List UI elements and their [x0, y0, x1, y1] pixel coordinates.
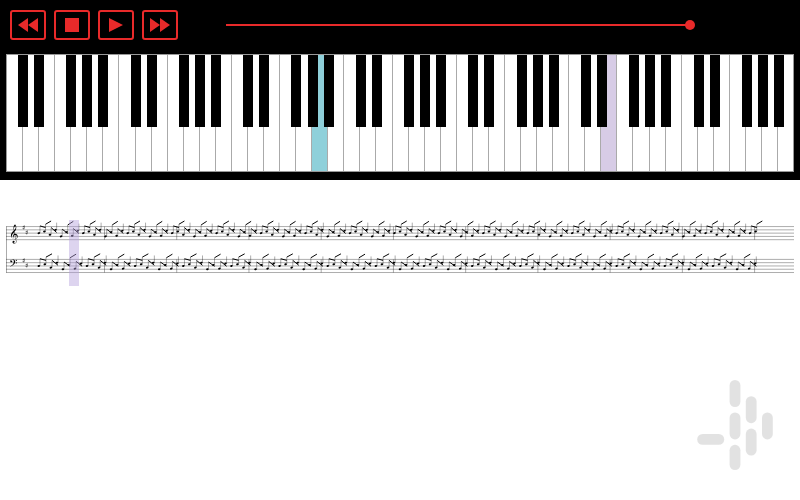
svg-line-661 [648, 254, 654, 258]
svg-marker-0 [18, 18, 28, 32]
svg-line-72 [134, 221, 140, 224]
black-key[interactable] [436, 55, 446, 127]
svg-line-69 [129, 226, 135, 228]
fast-forward-button[interactable] [142, 10, 178, 40]
svg-line-237 [468, 221, 474, 225]
play-icon [109, 18, 123, 32]
svg-rect-735 [746, 429, 757, 456]
stop-button[interactable] [54, 10, 90, 40]
black-key[interactable] [549, 55, 559, 127]
svg-line-303 [601, 221, 607, 225]
svg-line-226 [446, 221, 452, 224]
svg-line-215 [423, 221, 429, 225]
svg-line-61 [112, 221, 118, 225]
black-key[interactable] [131, 55, 141, 127]
svg-marker-4 [150, 18, 160, 32]
svg-line-325 [646, 221, 652, 225]
svg-line-28 [46, 221, 52, 224]
svg-line-705 [744, 254, 750, 258]
svg-line-259 [512, 221, 518, 225]
black-key[interactable] [82, 55, 92, 127]
svg-text:♯: ♯ [25, 229, 28, 236]
playback-cursor [69, 220, 79, 286]
black-key[interactable] [758, 55, 768, 127]
svg-line-149 [290, 221, 296, 225]
svg-line-606 [528, 254, 534, 257]
svg-line-193 [379, 221, 385, 225]
svg-line-135 [262, 226, 268, 228]
black-key[interactable] [372, 55, 382, 127]
black-key[interactable] [597, 55, 607, 127]
svg-line-430 [142, 254, 148, 257]
progress-knob[interactable] [685, 20, 695, 30]
sheet-music[interactable]: 𝄞 ♯♯ 𝄢 ♯♯ [6, 220, 794, 286]
black-key[interactable] [34, 55, 44, 127]
black-key[interactable] [179, 55, 189, 127]
app-watermark [690, 380, 780, 470]
play-button[interactable] [98, 10, 134, 40]
svg-rect-732 [730, 412, 741, 439]
black-key[interactable] [404, 55, 414, 127]
svg-line-83 [157, 221, 163, 225]
svg-line-683 [696, 254, 702, 258]
svg-rect-734 [746, 396, 757, 423]
svg-line-127 [246, 221, 252, 225]
svg-line-408 [94, 254, 100, 257]
svg-rect-731 [730, 380, 741, 407]
black-key[interactable] [211, 55, 221, 127]
svg-line-485 [263, 254, 269, 258]
piano-keyboard[interactable] [6, 54, 794, 172]
black-key[interactable] [195, 55, 205, 127]
svg-marker-1 [28, 18, 38, 32]
svg-line-672 [672, 254, 678, 257]
black-key[interactable] [742, 55, 752, 127]
piano-keyboard-container [0, 50, 800, 180]
black-key[interactable] [710, 55, 720, 127]
black-key[interactable] [356, 55, 366, 127]
black-key[interactable] [468, 55, 478, 127]
rewind-button[interactable] [10, 10, 46, 40]
svg-line-270 [535, 221, 541, 224]
black-key[interactable] [774, 55, 784, 127]
svg-line-113 [218, 226, 224, 228]
black-key[interactable] [581, 55, 591, 127]
svg-line-595 [503, 254, 509, 258]
svg-line-245 [484, 226, 490, 228]
svg-line-628 [576, 254, 582, 257]
svg-line-50 [90, 221, 96, 224]
svg-line-463 [215, 254, 221, 258]
svg-line-474 [239, 254, 245, 257]
black-key[interactable] [533, 55, 543, 127]
black-key[interactable] [308, 55, 318, 127]
svg-line-94 [179, 221, 185, 224]
black-key[interactable] [18, 55, 28, 127]
svg-line-336 [668, 221, 674, 224]
black-key[interactable] [147, 55, 157, 127]
black-key[interactable] [694, 55, 704, 127]
svg-line-179 [351, 226, 357, 228]
progress-bar[interactable] [226, 24, 690, 26]
svg-line-171 [334, 221, 340, 225]
svg-text:𝄞: 𝄞 [9, 224, 18, 244]
black-key[interactable] [324, 55, 334, 127]
black-key[interactable] [517, 55, 527, 127]
svg-line-562 [431, 254, 437, 257]
black-key[interactable] [420, 55, 430, 127]
black-key[interactable] [629, 55, 639, 127]
black-key[interactable] [291, 55, 301, 127]
logo-icon [690, 380, 780, 470]
svg-line-333 [662, 226, 668, 228]
black-key[interactable] [259, 55, 269, 127]
black-key[interactable] [645, 55, 655, 127]
black-key[interactable] [66, 55, 76, 127]
black-key[interactable] [243, 55, 253, 127]
svg-rect-2 [65, 18, 79, 32]
svg-line-292 [579, 221, 585, 224]
black-key[interactable] [98, 55, 108, 127]
black-key[interactable] [661, 55, 671, 127]
svg-line-311 [618, 226, 624, 228]
svg-line-157 [307, 226, 313, 228]
black-key[interactable] [484, 55, 494, 127]
svg-marker-5 [160, 18, 170, 32]
svg-line-201 [396, 226, 402, 228]
